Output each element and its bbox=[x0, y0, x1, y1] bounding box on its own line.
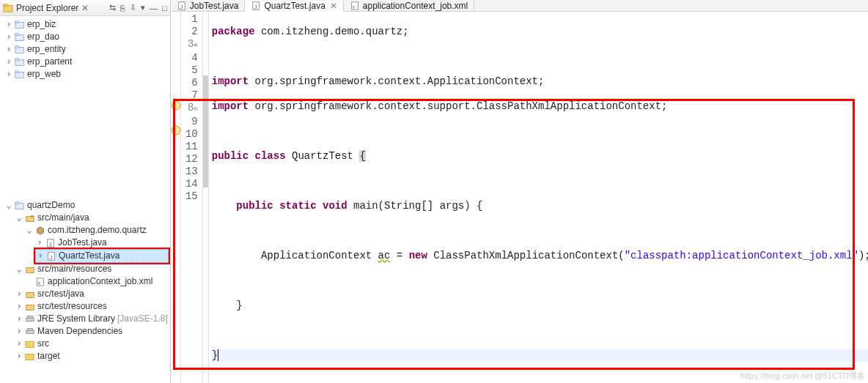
focus-button[interactable]: ⇩ bbox=[130, 3, 136, 12]
tree-label: src bbox=[37, 338, 49, 350]
tree-label: erp_partent bbox=[27, 56, 72, 68]
svg-rect-7 bbox=[15, 45, 18, 48]
maximize-button[interactable]: □ bbox=[162, 4, 167, 12]
tree-item-erp-biz[interactable]: ›erp_biz bbox=[4, 18, 169, 31]
marker-ruler bbox=[171, 12, 181, 383]
svg-rect-3 bbox=[15, 21, 18, 23]
tree-label: src/test/resources bbox=[37, 300, 107, 313]
svg-rect-20 bbox=[26, 267, 34, 272]
svg-rect-1 bbox=[4, 4, 7, 6]
svg-rect-24 bbox=[26, 305, 34, 310]
editor-tabbar: J JobTest.java J QuartzTest.java ✕ x app… bbox=[171, 0, 868, 12]
tree-item-src-test-resources[interactable]: ›src/test/resources bbox=[15, 300, 169, 313]
tree-item-erp-web[interactable]: ›erp_web bbox=[4, 68, 169, 81]
svg-rect-28 bbox=[28, 328, 33, 330]
tree-label: Maven Dependencies bbox=[37, 325, 122, 338]
minimize-button[interactable]: — bbox=[150, 4, 158, 12]
pin-icon[interactable]: ✕ bbox=[81, 3, 89, 13]
svg-point-38 bbox=[172, 126, 180, 135]
collapse-all-button[interactable]: ⎘ bbox=[120, 4, 125, 12]
tree-label: QuartzTest.java bbox=[59, 250, 119, 262]
tree-item-jre[interactable]: ›JRE System Library [JavaSE-1.8] bbox=[15, 313, 169, 325]
panel-title: Project Explorer bbox=[16, 3, 78, 13]
svg-rect-29 bbox=[26, 341, 34, 347]
tree-item-maven[interactable]: ›Maven Dependencies bbox=[15, 325, 169, 338]
folding-ruler bbox=[203, 12, 209, 383]
svg-rect-30 bbox=[26, 354, 34, 360]
svg-text:J: J bbox=[180, 3, 183, 10]
tree-label: target bbox=[37, 350, 60, 362]
project-explorer-panel: Project Explorer ✕ ⇆ ⎘ ⇩ ▾ — □ ›erp_biz … bbox=[0, 0, 171, 383]
svg-rect-26 bbox=[28, 316, 33, 318]
svg-text:J: J bbox=[49, 253, 52, 260]
tree-label-suffix: [JavaSE-1.8] bbox=[117, 313, 168, 325]
tree-label: src/test/java bbox=[37, 288, 84, 300]
svg-rect-5 bbox=[15, 33, 18, 35]
tree-item-erp-dao[interactable]: ›erp_dao bbox=[4, 31, 169, 43]
tree-label: quartzDemo bbox=[27, 199, 75, 212]
source-code[interactable]: package com.itzheng.demo.quartz; import … bbox=[209, 12, 868, 383]
tree-label: JRE System Library bbox=[37, 313, 115, 325]
tree-item-src[interactable]: ›src bbox=[15, 338, 169, 350]
project-tree[interactable]: ›erp_biz ›erp_dao ›erp_entity ›erp_parte… bbox=[0, 16, 170, 365]
editor-area: J JobTest.java J QuartzTest.java ✕ x app… bbox=[171, 0, 868, 383]
watermark: https://blog.csdn.net @51CTO博客 bbox=[740, 371, 865, 382]
line-number-gutter: 123⊕45678⊖9101112131415 bbox=[181, 12, 203, 383]
svg-text:J: J bbox=[48, 240, 51, 247]
tab-label: JobTest.java bbox=[190, 1, 239, 11]
tree-item-erp-entity[interactable]: ›erp_entity bbox=[4, 43, 169, 56]
tree-item-src-test-java[interactable]: ›src/test/java bbox=[15, 288, 169, 300]
tree-item-quartztest[interactable]: ›JQuartzTest.java bbox=[35, 249, 169, 263]
close-icon[interactable]: ✕ bbox=[330, 1, 337, 11]
xml-file-icon: x bbox=[350, 1, 360, 11]
tree-item-target[interactable]: ›target bbox=[15, 350, 169, 362]
svg-text:x: x bbox=[38, 280, 41, 285]
svg-rect-23 bbox=[26, 292, 34, 297]
svg-point-37 bbox=[172, 101, 180, 110]
tree-item-package[interactable]: ⌄com.itzheng.demo.quartz bbox=[25, 224, 169, 237]
svg-rect-11 bbox=[15, 70, 18, 72]
project-explorer-header: Project Explorer ✕ ⇆ ⎘ ⇩ ▾ — □ bbox=[0, 0, 170, 16]
panel-toolbar: ⇆ ⎘ ⇩ ▾ — □ bbox=[109, 3, 167, 12]
tree-label: src/main/java bbox=[37, 212, 89, 224]
project-explorer-icon bbox=[3, 3, 13, 13]
svg-rect-13 bbox=[15, 201, 18, 204]
tab-label: applicationContext_job.xml bbox=[363, 1, 468, 11]
tab-quartztest[interactable]: J QuartzTest.java ✕ bbox=[245, 1, 343, 12]
tree-label: erp_web bbox=[27, 68, 61, 81]
code-editor[interactable]: 123⊕45678⊖9101112131415 package com.itzh… bbox=[171, 12, 868, 383]
tree-label: erp_biz bbox=[27, 18, 56, 31]
svg-rect-25 bbox=[26, 318, 34, 321]
tree-item-erp-partent[interactable]: ›erp_partent bbox=[4, 56, 169, 68]
svg-point-15 bbox=[31, 215, 34, 217]
svg-rect-27 bbox=[26, 330, 34, 333]
tree-item-appcontext-xml[interactable]: xapplicationContext_job.xml bbox=[25, 275, 169, 288]
tree-item-src-main-resources[interactable]: ⌄src/main/resources bbox=[15, 263, 169, 275]
svg-rect-9 bbox=[15, 58, 18, 60]
tree-item-quartzdemo[interactable]: ⌄quartzDemo bbox=[4, 199, 169, 212]
view-menu-button[interactable]: ▾ bbox=[141, 3, 145, 12]
java-file-icon: J bbox=[177, 1, 187, 11]
info-marker-icon bbox=[171, 103, 181, 113]
java-file-icon: J bbox=[251, 1, 261, 11]
svg-text:J: J bbox=[254, 4, 257, 10]
svg-text:x: x bbox=[352, 4, 355, 9]
tab-jobtest[interactable]: J JobTest.java bbox=[171, 0, 246, 11]
tree-item-jobtest[interactable]: ›JJobTest.java bbox=[35, 237, 169, 249]
link-editor-button[interactable]: ⇆ bbox=[109, 3, 116, 12]
tree-label: JobTest.java bbox=[58, 237, 107, 249]
tree-item-src-main-java[interactable]: ⌄src/main/java bbox=[15, 212, 169, 224]
tab-appcontext[interactable]: x applicationContext_job.xml bbox=[344, 0, 474, 11]
warning-marker-icon bbox=[171, 127, 181, 138]
tree-label: src/main/resources bbox=[37, 263, 111, 275]
tree-label: erp_dao bbox=[27, 31, 59, 43]
tab-label: QuartzTest.java bbox=[264, 1, 325, 11]
tree-label: erp_entity bbox=[27, 43, 66, 56]
tree-label: applicationContext_job.xml bbox=[48, 275, 152, 288]
tree-label: com.itzheng.demo.quartz bbox=[48, 224, 147, 237]
